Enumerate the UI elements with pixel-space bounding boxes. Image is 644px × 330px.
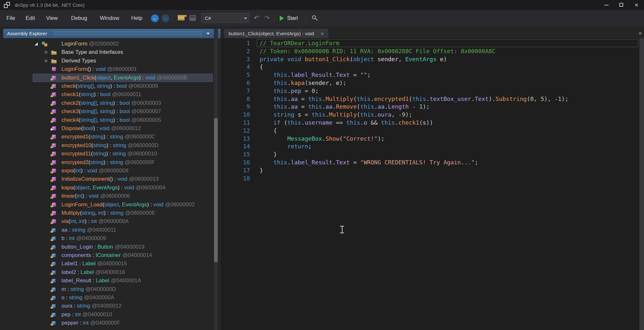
code-line[interactable]: 18 bbox=[221, 174, 639, 182]
expand-arrow-icon[interactable] bbox=[45, 51, 48, 54]
code-line[interactable]: 11 if (this.username == this.o && this.c… bbox=[221, 119, 639, 127]
tree-item[interactable]: Dispose(bool) : void @06000012 bbox=[3, 124, 221, 133]
tree-item[interactable]: label2 : Label @04000016 bbox=[3, 268, 221, 276]
tree-item[interactable]: linear(int) : void @06000006 bbox=[3, 192, 221, 200]
tab-strip: button1_Click(object, EventArgs) : void … bbox=[221, 29, 644, 38]
start-play-icon[interactable] bbox=[280, 16, 284, 21]
tree-item-label: check1(string) : bool @06000011 bbox=[61, 90, 141, 99]
tree-item[interactable]: Derived Types bbox=[3, 57, 221, 65]
tree-item[interactable]: pep : int @04000010 bbox=[3, 310, 221, 319]
tree-item[interactable]: Multiply(string, int) : string @0600000E bbox=[3, 209, 221, 217]
tree-item[interactable]: encrypted10(string) : string @0600000D bbox=[3, 141, 221, 150]
chevron-down-icon bbox=[244, 18, 247, 19]
search-button[interactable] bbox=[312, 15, 318, 21]
code-line[interactable]: 9 this.aa = this.aa.Remove(this.aa.Lengt… bbox=[221, 103, 639, 111]
tree-item[interactable]: b : int @04000009 bbox=[3, 234, 221, 243]
editor-scrollbar[interactable] bbox=[640, 38, 644, 330]
line-number: 8 bbox=[221, 95, 250, 103]
maximize-button[interactable] bbox=[614, 0, 629, 10]
tree-item[interactable]: check3(string[], string) : bool @0600000… bbox=[3, 107, 221, 116]
close-button[interactable]: ✕ bbox=[629, 0, 644, 10]
code-line[interactable]: 10 string s = this.Multiply(this.oura, -… bbox=[221, 111, 639, 119]
drag-handle-dots bbox=[54, 31, 202, 36]
assembly-explorer-header[interactable]: Assembly Explorer ✕ bbox=[3, 29, 221, 38]
code-line[interactable]: 4{ bbox=[221, 63, 639, 71]
tree-scrollbar[interactable] bbox=[214, 29, 218, 330]
code-line-text: this.label_Result.Text = "WRONG CREDENTI… bbox=[260, 158, 478, 166]
code-line[interactable]: 3private void button1_Click(object sende… bbox=[221, 55, 639, 63]
tree-item[interactable]: button_Login : Button @04000019 bbox=[3, 243, 221, 251]
method-icon bbox=[51, 194, 58, 199]
language-selector-dropdown[interactable] bbox=[241, 13, 249, 23]
code-line[interactable]: 7 this.pep = 0; bbox=[221, 87, 639, 95]
tree-item[interactable]: aa : string @04000011 bbox=[3, 226, 221, 234]
tree-item[interactable]: o : string @0400000A bbox=[3, 293, 221, 302]
start-button[interactable]: Start bbox=[287, 10, 298, 26]
code-line[interactable]: 6 this.kapa(sender, e); bbox=[221, 79, 639, 87]
tree-item[interactable]: check2(string[], string) : bool @0600000… bbox=[3, 99, 221, 107]
code-line[interactable]: 2// Token: 0x0600000B RID: 11 RVA: 0x000… bbox=[221, 47, 639, 55]
tree-item-label: check(string[], string) : bool @06000009 bbox=[61, 82, 158, 90]
method-icon bbox=[51, 67, 58, 72]
field-icon bbox=[51, 287, 58, 292]
tree-item[interactable]: encrypted2(string) : string @0600000F bbox=[3, 158, 221, 167]
undo-button[interactable]: ↶ bbox=[254, 13, 259, 23]
open-file-button[interactable] bbox=[178, 15, 185, 21]
tree-item[interactable]: components : IContainer @04000014 bbox=[3, 251, 221, 260]
save-module-button[interactable] bbox=[189, 15, 196, 21]
tree-item[interactable]: LoginForm_Load(object, EventArgs) : void… bbox=[3, 201, 221, 209]
navigate-forward-button[interactable]: → bbox=[162, 14, 169, 22]
code-line[interactable]: 12 { bbox=[221, 127, 639, 135]
tree-item[interactable]: kapa(object, EventArgs) : void @06000004 bbox=[3, 184, 221, 192]
tree-item[interactable]: check(string[], string) : bool @06000009 bbox=[3, 82, 221, 90]
code-line[interactable]: 8 this.aa = this.Multiply(this.encrypted… bbox=[221, 95, 639, 103]
tree-item[interactable]: Base Type and Interfaces bbox=[3, 48, 221, 56]
tabstrip-close-icon[interactable]: ✕ bbox=[638, 29, 642, 38]
method-icon bbox=[51, 185, 58, 191]
code-line-text: return; bbox=[260, 142, 312, 150]
tree-item[interactable]: expo(int) : void @06000008 bbox=[3, 167, 221, 175]
code-line[interactable]: 1// TearORDear.LoginForm bbox=[221, 39, 639, 47]
navigate-back-button[interactable]: ← bbox=[151, 14, 159, 22]
code-line[interactable]: 17} bbox=[221, 166, 639, 174]
tree-item[interactable]: m : string @0400000D bbox=[3, 285, 221, 293]
minimize-button[interactable] bbox=[599, 0, 614, 10]
menu-edit[interactable]: Edit bbox=[24, 10, 37, 26]
panel-menu-chevron-icon[interactable] bbox=[206, 33, 210, 35]
tree-item-label: oura : string @04000012 bbox=[61, 302, 121, 310]
code-line[interactable]: 5 this.label_Result.Text = ""; bbox=[221, 71, 639, 79]
tree-item[interactable]: encrypted1(string) : string @0600000C bbox=[3, 133, 221, 141]
tree-item[interactable]: LoginForm() : void @06000001 bbox=[3, 65, 221, 73]
tree-item[interactable]: encrypted11(string) : string @06000010 bbox=[3, 150, 221, 158]
menu-window[interactable]: Window bbox=[98, 10, 121, 26]
menu-help[interactable]: Help bbox=[129, 10, 144, 26]
toolbar-separator bbox=[274, 14, 275, 22]
collapse-arrow-icon[interactable] bbox=[35, 42, 38, 45]
menu-view[interactable]: View bbox=[44, 10, 60, 26]
redo-button[interactable]: ↷ bbox=[264, 13, 270, 23]
code-line[interactable]: 16 this.label_Result.Text = "WRONG CREDE… bbox=[221, 158, 639, 166]
tab-button1-click[interactable]: button1_Click(object, EventArgs) : void … bbox=[224, 29, 328, 38]
language-selector[interactable]: C# bbox=[201, 13, 249, 23]
tree-item[interactable]: check4(string[], string) : bool @0600000… bbox=[3, 116, 221, 124]
menu-debug[interactable]: Debug bbox=[69, 10, 89, 26]
tree-scrollbar-thumb[interactable] bbox=[214, 118, 218, 262]
code-line[interactable]: 14 return; bbox=[221, 142, 639, 150]
tab-close-icon[interactable]: ✕ bbox=[321, 31, 324, 36]
assembly-tree[interactable]: LoginForm @02000002Base Type and Interfa… bbox=[3, 38, 221, 330]
tree-item[interactable]: label_Result : Label @0400001A bbox=[3, 276, 221, 285]
tree-item[interactable]: Label1 : Label @04000015 bbox=[3, 260, 221, 268]
tree-item[interactable]: oura : string @04000012 bbox=[3, 302, 221, 310]
expand-arrow-icon[interactable] bbox=[45, 59, 48, 62]
tree-item[interactable]: button1_Click(object, EventArgs) : void … bbox=[3, 74, 221, 82]
tree-item[interactable]: via(int, int) : int @0600000A bbox=[3, 217, 221, 226]
tree-item[interactable]: check1(string) : bool @06000011 bbox=[3, 90, 221, 99]
tree-item[interactable]: LoginForm @02000002 bbox=[3, 40, 221, 48]
tree-item-label: linear(int) : void @06000006 bbox=[61, 192, 130, 200]
code-view[interactable]: 1// TearORDear.LoginForm2// Token: 0x060… bbox=[221, 38, 644, 330]
menu-file[interactable]: File bbox=[4, 10, 17, 26]
code-line[interactable]: 15 } bbox=[221, 150, 639, 158]
tree-item[interactable]: InitializeComponent() : void @06000013 bbox=[3, 175, 221, 183]
tree-item[interactable]: pepper : int @0400000F bbox=[3, 319, 221, 327]
code-line[interactable]: 13 MessageBox.Show("Correct!"); bbox=[221, 135, 639, 143]
